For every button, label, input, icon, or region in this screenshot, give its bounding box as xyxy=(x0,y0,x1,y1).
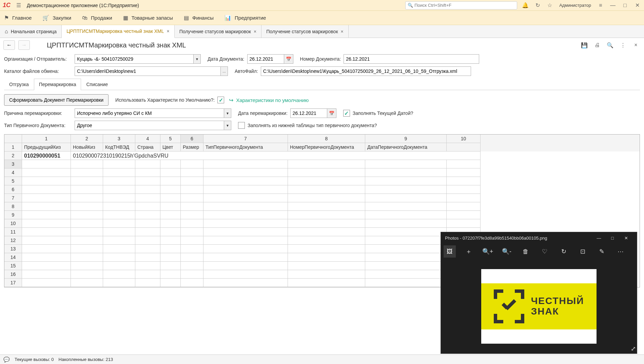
grid-col-num[interactable]: 3 xyxy=(103,135,135,143)
photos-titlebar[interactable]: Photos - 072207f7fe3d8a99b51540bb06a0010… xyxy=(441,232,637,244)
grid-cell[interactable] xyxy=(203,270,288,279)
reason-field[interactable] xyxy=(75,108,224,118)
grid-cell[interactable] xyxy=(447,185,481,194)
grid-cell[interactable] xyxy=(181,219,203,228)
grid-cell[interactable] xyxy=(447,168,481,177)
grid-rownum[interactable]: 2 xyxy=(4,151,22,160)
grid-cell[interactable] xyxy=(22,262,71,270)
save-icon[interactable]: 💾 xyxy=(580,40,589,50)
chevron-down-icon[interactable]: ▼ xyxy=(224,108,231,118)
grid-cell[interactable] xyxy=(203,228,288,236)
minimize-icon[interactable]: — xyxy=(609,1,617,9)
grid-cell[interactable] xyxy=(160,185,181,194)
fill-from-table-checkbox[interactable]: ✓ xyxy=(238,122,245,129)
grid-rownum[interactable]: 1 xyxy=(4,143,22,151)
grid-cell[interactable] xyxy=(135,177,160,185)
grid-rownum[interactable]: 9 xyxy=(4,211,22,219)
grid-cell[interactable] xyxy=(103,160,135,168)
grid-cell[interactable] xyxy=(447,219,481,228)
grid-cell[interactable] xyxy=(22,185,71,194)
grid-cell[interactable] xyxy=(365,228,447,236)
grid-rownum[interactable]: 15 xyxy=(4,262,22,270)
grid-cell[interactable] xyxy=(22,228,71,236)
grid-cell[interactable] xyxy=(71,185,103,194)
search-box[interactable]: 🔍 xyxy=(405,1,517,9)
grid-rownum[interactable]: 7 xyxy=(4,194,22,202)
close-page-icon[interactable]: × xyxy=(631,40,641,50)
more-icon[interactable]: ⋮ xyxy=(618,40,628,50)
grid-cell[interactable] xyxy=(288,202,365,211)
grid-cell[interactable] xyxy=(103,245,135,253)
grid-cell[interactable] xyxy=(365,160,447,168)
grid-cell[interactable] xyxy=(181,185,203,194)
doc-num-field[interactable] xyxy=(344,54,479,64)
crop-icon[interactable]: ⊡ xyxy=(577,245,589,258)
use-default-checkbox[interactable]: ✓ xyxy=(217,97,224,103)
heart-icon[interactable]: ♡ xyxy=(539,245,551,258)
grid-cell[interactable] xyxy=(160,219,181,228)
grid-cell[interactable] xyxy=(181,245,203,253)
grid-cell[interactable] xyxy=(22,160,71,168)
menu-finance[interactable]: ▤Финансы xyxy=(184,15,214,21)
grid-cell[interactable] xyxy=(181,160,203,168)
grid-cell[interactable] xyxy=(288,228,365,236)
calendar-icon[interactable]: 📅 xyxy=(327,108,336,118)
grid-cell[interactable] xyxy=(160,253,181,262)
grid-cell[interactable] xyxy=(71,262,103,270)
preview-icon[interactable]: 🔍 xyxy=(605,40,615,50)
grid-cell[interactable] xyxy=(365,253,447,262)
settings-icon[interactable]: ≡ xyxy=(597,1,605,9)
grid-cell[interactable]: 010290000051 xyxy=(22,151,71,160)
grid-cell[interactable] xyxy=(203,279,288,287)
grid-rownum[interactable]: 3 xyxy=(4,160,22,168)
grid-cell[interactable] xyxy=(365,168,447,177)
grid-header[interactable]: Страна xyxy=(135,143,160,151)
grid-cell[interactable] xyxy=(160,270,181,279)
grid-cell[interactable] xyxy=(447,202,481,211)
subtab-writeoff[interactable]: Списание xyxy=(81,79,113,90)
grid-cell[interactable] xyxy=(288,211,365,219)
grid-cell[interactable] xyxy=(135,236,160,245)
grid-cell[interactable] xyxy=(71,168,103,177)
edit-icon[interactable]: ✎ xyxy=(596,245,608,258)
back-button[interactable]: ← xyxy=(3,40,15,50)
grid-cell[interactable] xyxy=(135,228,160,236)
grid-cell[interactable] xyxy=(288,236,365,245)
grid-cell[interactable] xyxy=(365,270,447,279)
grid-cell[interactable] xyxy=(203,219,288,228)
grid-cell[interactable] xyxy=(365,262,447,270)
grid-cell[interactable] xyxy=(103,211,135,219)
grid-cell[interactable] xyxy=(103,168,135,177)
grid-cell[interactable] xyxy=(203,236,288,245)
grid-cell[interactable] xyxy=(181,262,203,270)
grid-rownum[interactable]: 17 xyxy=(4,279,22,287)
grid-cell[interactable] xyxy=(203,202,288,211)
grid-cell[interactable] xyxy=(288,253,365,262)
grid-cell[interactable] xyxy=(203,211,288,219)
grid-cell[interactable]: 0102900072310190215h'GpdchaSVRU xyxy=(71,151,481,160)
grid-cell[interactable] xyxy=(181,279,203,287)
grid-rownum[interactable]: 8 xyxy=(4,202,22,211)
remark-date-field[interactable] xyxy=(290,108,327,118)
grid-rownum[interactable]: 11 xyxy=(4,228,22,236)
generate-remark-doc-button[interactable]: Сформировать Документ Перемаркировки xyxy=(4,94,109,106)
grid-cell[interactable] xyxy=(71,194,103,202)
grid-cell[interactable] xyxy=(103,202,135,211)
primary-doc-type-dropdown[interactable]: ▼ xyxy=(75,121,231,130)
grid-cell[interactable] xyxy=(103,253,135,262)
grid-cell[interactable] xyxy=(181,228,203,236)
grid-col-num[interactable]: 1 xyxy=(22,135,71,143)
grid-header[interactable]: НомерПервичногоДокумента xyxy=(288,143,365,151)
grid-cell[interactable] xyxy=(71,236,103,245)
grid-cell[interactable] xyxy=(203,245,288,253)
grid-header[interactable]: ПредыдущийКиз xyxy=(22,143,71,151)
browse-icon[interactable]: … xyxy=(220,66,228,76)
grid-cell[interactable] xyxy=(288,262,365,270)
delete-icon[interactable]: 🗑 xyxy=(520,245,532,258)
rotate-icon[interactable]: ↻ xyxy=(558,245,570,258)
star-icon[interactable]: ☆ xyxy=(546,1,554,9)
grid-cell[interactable] xyxy=(365,185,447,194)
grid-header[interactable] xyxy=(447,143,481,151)
search-input[interactable] xyxy=(414,3,515,8)
grid-cell[interactable] xyxy=(71,253,103,262)
